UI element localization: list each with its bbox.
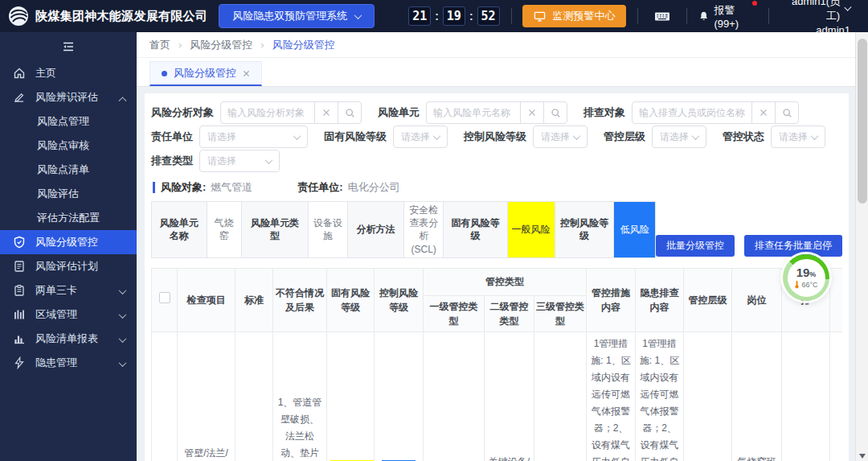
sidebar-item-risk-evaluate[interactable]: 风险评估 <box>0 182 137 206</box>
shield-icon <box>13 236 26 249</box>
breadcrumb-current: 风险分级管控 <box>252 38 334 52</box>
user-menu[interactable]: admin1(员工) admin1 <box>788 0 850 38</box>
batch-grading-control-button[interactable]: 批量分级管控 <box>656 235 735 257</box>
col-measures: 管控措施内容 <box>587 268 636 331</box>
sidebar-item-label: 风险点审核 <box>37 138 89 153</box>
breadcrumb-home[interactable]: 首页 <box>149 38 170 52</box>
chevron-down-icon <box>811 132 819 140</box>
tab-close-icon[interactable] <box>243 70 250 77</box>
summary-control-label: 控制风险等级 <box>555 202 614 258</box>
monitor-center-label: 监测预警中心 <box>552 9 615 23</box>
sidebar-item-risk-point-manage[interactable]: 风险点管理 <box>0 109 137 134</box>
filter-label-duty-unit: 责任单位 <box>151 130 193 144</box>
breadcrumb-risk-grading[interactable]: 风险分级管控 <box>170 38 252 52</box>
sidebar-item-risk-list-report[interactable]: 风险清单报表 <box>0 327 137 351</box>
filter-row-3: 排查类型 请选择 <box>151 150 842 172</box>
duty-unit-label: 责任单位: <box>297 180 342 195</box>
sidebar-item-home[interactable]: 主页 <box>0 61 137 85</box>
cell-standard: 无泄漏 <box>235 331 273 461</box>
select-all-checkbox[interactable] <box>159 292 170 303</box>
col-control-risk: 控制风险等级 <box>375 268 424 331</box>
control-level-select[interactable]: 请选择 <box>533 126 588 148</box>
sidebar-item-label: 评估方法配置 <box>37 211 100 225</box>
sidebar-item-risk-point-list[interactable]: 风险点清单 <box>0 158 137 182</box>
cell-partial-1 <box>782 331 830 461</box>
risk-object-value: 燃气管道 <box>211 180 252 195</box>
filter-label-analysis-object: 风险分析对象 <box>151 105 214 120</box>
widget-percent-unit: % <box>809 271 816 278</box>
alarm-button[interactable]: 报警(99+) <box>698 3 757 30</box>
alarm-label: 报警(99+) <box>714 3 751 30</box>
inherent-level-select[interactable]: 请选择 <box>393 126 448 148</box>
sidebar-item-risk-evaluate-plan[interactable]: 风险评估计划 <box>0 254 137 278</box>
sidebar-item-two-lists-three-cards[interactable]: 两单三卡 <box>0 278 137 303</box>
analysis-object-clear-button[interactable] <box>314 101 338 124</box>
clear-icon <box>528 109 536 117</box>
scrollbar-down-arrow[interactable] <box>859 454 866 459</box>
clock: 21 : 19 : 52 <box>408 6 499 26</box>
inspect-object-input[interactable] <box>632 101 752 124</box>
filter-label-risk-unit: 风险单元 <box>378 105 420 120</box>
cell-inspection: 1管理措施: 1、区域内设有远传可燃气体报警器；2、设有煤气压力低自动切断连锁。… <box>636 331 684 461</box>
summary-method-value: 安全检查表分析(SCL) <box>404 202 444 258</box>
system-switcher-button[interactable]: 风险隐患双预防管理系统 <box>219 4 375 28</box>
analysis-object-search-button[interactable] <box>338 101 362 124</box>
duty-unit-select[interactable]: 请选择 <box>199 126 308 148</box>
summary-inherent-label: 固有风险等级 <box>444 202 507 258</box>
system-monitor-widget[interactable]: 19% 66°C <box>783 254 829 301</box>
sidebar-item-region-manage[interactable]: 区域管理 <box>0 303 137 327</box>
sidebar-item-evaluate-method-config[interactable]: 评估方法配置 <box>0 206 137 230</box>
monitor-center-button[interactable]: 监测预警中心 <box>522 5 626 27</box>
inspect-object-search-button[interactable] <box>775 101 799 124</box>
inspect-type-select[interactable]: 请选择 <box>199 150 280 172</box>
top-header: 陕煤集团神木能源发展有限公司 风险隐患双预防管理系统 21 : 19 : 52 … <box>0 0 868 32</box>
search-icon <box>345 108 355 118</box>
select-placeholder: 请选择 <box>207 154 236 168</box>
inspect-object-clear-button[interactable] <box>751 101 776 124</box>
cell-control-type-l3: 管理措施 <box>534 331 587 461</box>
batch-task-start-stop-button[interactable]: 排查任务批量启停 <box>744 235 842 257</box>
cell-post: 气烧窑班长 <box>732 331 782 461</box>
sidebar-item-risk-grading-control[interactable]: 风险分级管控 <box>0 230 137 254</box>
breadcrumb: 首页 风险分级管控 风险分级管控 <box>137 32 855 58</box>
chevron-down-icon <box>119 335 127 343</box>
vertical-scrollbar[interactable] <box>855 32 868 461</box>
company-name: 陕煤集团神木能源发展有限公司 <box>35 9 207 24</box>
cell-control-risk: 低风险 <box>375 331 424 461</box>
col-partial-2: 排 <box>830 268 842 331</box>
data-table-wrap: 检查项目 标准 不符合情况及后果 固有风险等级 控制风险等级 管控类型 管控措施… <box>151 268 842 461</box>
chevron-down-icon <box>692 132 700 140</box>
sidebar-item-label: 风险评估 <box>37 187 79 201</box>
scrollbar-thumb[interactable] <box>858 39 867 204</box>
home-icon <box>13 67 26 80</box>
info-accent-bar <box>153 182 155 193</box>
cell-partial-2 <box>830 331 842 461</box>
tab-risk-grading-control[interactable]: 风险分级管控 <box>149 61 262 86</box>
summary-unit-name-value: 气烧窑 <box>207 202 242 258</box>
risk-unit-search-button[interactable] <box>543 101 567 124</box>
keyboard-button[interactable] <box>649 10 675 23</box>
control-status-select[interactable]: 请选择 <box>771 126 825 148</box>
filter-row-2: 责任单位 请选择 固有风险等级 请选择 控制 <box>151 126 842 148</box>
sidebar-collapse-button[interactable] <box>0 32 137 61</box>
risk-unit-input[interactable] <box>426 101 521 124</box>
cell-control-type-l1: 工程技术 <box>424 331 485 461</box>
analysis-object-input[interactable] <box>220 101 315 124</box>
risk-unit-clear-button[interactable] <box>520 101 544 124</box>
control-layer-select[interactable]: 请选择 <box>652 126 706 148</box>
sidebar-item-risk-identify[interactable]: 风险辨识评估 <box>0 85 137 109</box>
sidebar-item-risk-point-audit[interactable]: 风险点审核 <box>0 134 137 158</box>
filter-label-control-layer: 管控层级 <box>604 130 645 144</box>
risk-unit-summary-table: 风险单元名称 气烧窑 风险单元类型 设备设施 分析方法 安全检查表分析(SCL)… <box>151 201 656 258</box>
sidebar-item-hidden-danger-manage[interactable]: 隐患管理 <box>0 351 137 375</box>
keyboard-icon <box>654 10 670 23</box>
tab-label: 风险分级管控 <box>174 66 236 80</box>
cell-nonconformity: 1、管道管壁破损、法兰松动、垫片破损煤气泄漏人员吸入、泄漏煤气遇火源着 <box>273 331 327 461</box>
col-control-layer: 管控层级 <box>684 268 732 331</box>
cell-control-type-l2: 关键设备/部件 <box>485 331 534 461</box>
col-nonconformity: 不符合情况及后果 <box>273 268 327 331</box>
col-post: 岗位 <box>732 268 782 331</box>
main-area: 首页 风险分级管控 风险分级管控 风险分级管控 风险分析对象 <box>137 32 855 461</box>
chevron-up-icon <box>119 97 127 105</box>
header-divider <box>686 8 687 24</box>
